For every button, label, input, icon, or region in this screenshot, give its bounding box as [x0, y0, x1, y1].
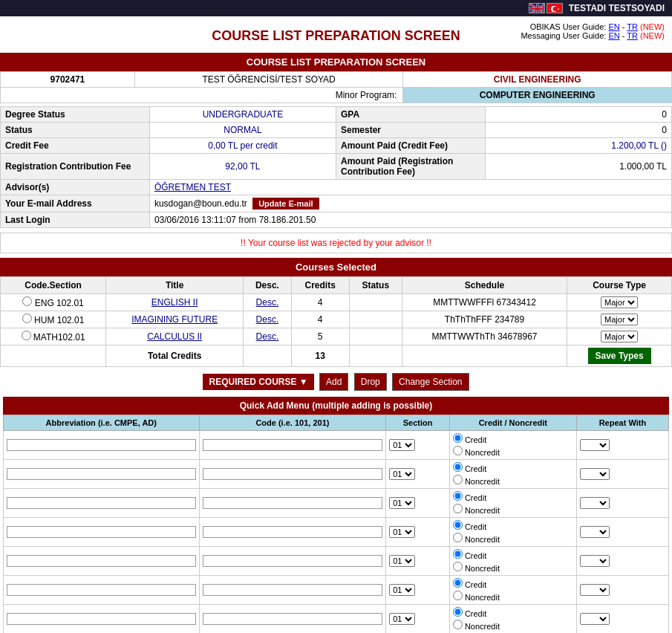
qa-noncredit-radio-5[interactable]: [453, 591, 463, 600]
qa-code-1[interactable]: [203, 468, 383, 480]
credit-fee-value: 0,00 TL per credit: [149, 138, 336, 154]
qa-code-4[interactable]: [203, 555, 383, 567]
course-desc-link-2[interactable]: Desc.: [256, 331, 279, 342]
student-row: 9702471 TEST ÖĞRENCİSİ/TEST SOYAD CIVIL …: [1, 72, 672, 88]
qa-repeat-3[interactable]: Yes No: [580, 526, 610, 538]
course-desc-2[interactable]: Desc.: [244, 328, 292, 345]
qa-repeat-0[interactable]: Yes No: [580, 439, 610, 451]
course-title-1[interactable]: IMAGINING FUTURE: [106, 311, 244, 328]
col-credits: Credits: [291, 277, 349, 294]
course-radio-0[interactable]: [22, 296, 32, 306]
tr-flag-icon: [547, 3, 563, 13]
course-type-cell-1[interactable]: Major Minor Free: [567, 311, 672, 328]
qa-repeat-2[interactable]: Yes No: [580, 497, 610, 509]
course-status-0: [349, 294, 402, 311]
total-row: Total Credits 13 Save Types: [1, 345, 672, 367]
qa-section-2[interactable]: 01 02 03: [389, 497, 415, 509]
quick-add-row: 01 02 03 Credit Noncredit Yes No: [4, 460, 669, 489]
messaging-en-link[interactable]: EN: [608, 31, 619, 40]
qa-abbrev-5[interactable]: [7, 584, 196, 596]
course-status-2: [349, 328, 402, 345]
drop-button[interactable]: Drop: [354, 373, 387, 391]
course-schedule-2: MMTTWWThTh 34678967: [402, 328, 567, 345]
messaging-tr-link[interactable]: TR: [627, 31, 638, 40]
semester-label: Semester: [336, 123, 485, 138]
course-radio-1[interactable]: [22, 314, 32, 323]
col-schedule: Schedule: [402, 277, 567, 294]
qa-credit-radio-1[interactable]: [453, 462, 463, 472]
obikas-tr-link[interactable]: TR: [627, 22, 638, 31]
qa-code-2[interactable]: [203, 497, 383, 509]
course-type-select-1[interactable]: Major Minor Free: [601, 314, 638, 325]
qa-section-4[interactable]: 01 02 03: [389, 555, 415, 567]
minor-label: Minor Program:: [1, 88, 403, 103]
qa-repeat-1[interactable]: Yes No: [580, 468, 610, 480]
course-type-select-2[interactable]: Major Minor Free: [601, 331, 638, 343]
update-email-button[interactable]: Update E-mail: [252, 198, 319, 210]
qa-abbrev-3[interactable]: [7, 526, 196, 538]
qa-repeat-5[interactable]: Yes No: [580, 584, 610, 596]
qa-abbrev-2[interactable]: [7, 497, 196, 509]
qa-section-0[interactable]: 01 02 03: [389, 439, 415, 451]
course-title-link-1[interactable]: IMAGINING FUTURE: [131, 314, 218, 325]
add-button[interactable]: Add: [319, 373, 348, 391]
change-section-button[interactable]: Change Section: [392, 373, 469, 391]
qa-abbrev-6[interactable]: [7, 613, 196, 625]
qa-noncredit-radio-2[interactable]: [453, 504, 463, 513]
course-type-select-0[interactable]: Major Minor Free: [601, 296, 638, 308]
degree-value: UNDERGRADUATE: [149, 107, 336, 123]
qa-repeat-4[interactable]: Yes No: [580, 555, 610, 567]
uk-flag-icon: [529, 3, 545, 13]
qa-section-6[interactable]: 01 02 03: [389, 613, 415, 625]
qa-noncredit-radio-1[interactable]: [453, 475, 463, 484]
save-types-button[interactable]: Save Types: [588, 348, 651, 364]
course-desc-link-1[interactable]: Desc.: [256, 314, 279, 325]
qa-abbrev-4[interactable]: [7, 555, 196, 567]
gpa-label: GPA: [336, 107, 485, 123]
qa-section-5[interactable]: 01 02 03: [389, 584, 415, 596]
course-title-0[interactable]: ENGLISH II: [106, 294, 244, 311]
credit-fee-label: Credit Fee: [1, 138, 150, 154]
qa-noncredit-radio-6[interactable]: [453, 620, 463, 629]
qa-credit-radio-5[interactable]: [453, 578, 463, 588]
qa-code-3[interactable]: [203, 526, 383, 538]
qa-noncredit-radio-4[interactable]: [453, 562, 463, 571]
amount-paid-reg-value: 1.000,00 TL: [485, 154, 671, 180]
qa-code-6[interactable]: [203, 613, 383, 625]
minor-row: Minor Program: COMPUTER ENGINEERING: [1, 88, 672, 103]
course-row: MATH102.01 CALCULUS II Desc. 5 MMTTWWThT…: [1, 328, 672, 345]
qa-noncredit-radio-3[interactable]: [453, 533, 463, 542]
messaging-label: Messaging User Guide:: [521, 31, 606, 40]
qa-repeat-6[interactable]: Yes No: [580, 613, 610, 625]
course-type-cell-2[interactable]: Major Minor Free: [567, 328, 672, 345]
qa-col-credit: Credit / Noncredit: [449, 415, 576, 431]
course-status-1: [349, 311, 402, 328]
qa-code-5[interactable]: [203, 584, 383, 596]
qa-credit-radio-4[interactable]: [453, 549, 463, 559]
screen-header: COURSE LIST PREPARATION SCREEN: [0, 53, 672, 71]
course-type-cell-0[interactable]: Major Minor Free: [567, 294, 672, 311]
course-schedule-1: ThThThFFF 234789: [402, 311, 567, 328]
minor-value: COMPUTER ENGINEERING: [403, 88, 672, 103]
qa-abbrev-1[interactable]: [7, 468, 196, 480]
qa-abbrev-0[interactable]: [7, 439, 196, 451]
course-desc-0[interactable]: Desc.: [244, 294, 292, 311]
qa-noncredit-radio-0[interactable]: [453, 446, 463, 455]
col-code: Code.Section: [1, 277, 106, 294]
qa-credit-radio-3[interactable]: [453, 520, 463, 530]
course-title-link-0[interactable]: ENGLISH II: [151, 297, 198, 308]
course-radio-2[interactable]: [22, 331, 31, 340]
course-title-link-2[interactable]: CALCULUS II: [147, 331, 202, 342]
obikas-en-link[interactable]: EN: [608, 22, 619, 31]
qa-credit-radio-6[interactable]: [453, 607, 463, 617]
course-title-2[interactable]: CALCULUS II: [106, 328, 244, 345]
qa-code-0[interactable]: [203, 439, 383, 451]
qa-credit-radio-0[interactable]: [453, 433, 463, 443]
course-desc-1[interactable]: Desc.: [244, 311, 292, 328]
qa-section-3[interactable]: 01 02 03: [389, 526, 415, 538]
qa-credit-radio-2[interactable]: [453, 491, 463, 501]
required-course-button[interactable]: REQUIRED COURSE ▼: [203, 374, 313, 390]
qa-section-1[interactable]: 01 02 03: [389, 468, 415, 480]
course-row: HUM 102.01 IMAGINING FUTURE Desc. 4 ThTh…: [1, 311, 672, 328]
course-desc-link-0[interactable]: Desc.: [256, 297, 279, 308]
